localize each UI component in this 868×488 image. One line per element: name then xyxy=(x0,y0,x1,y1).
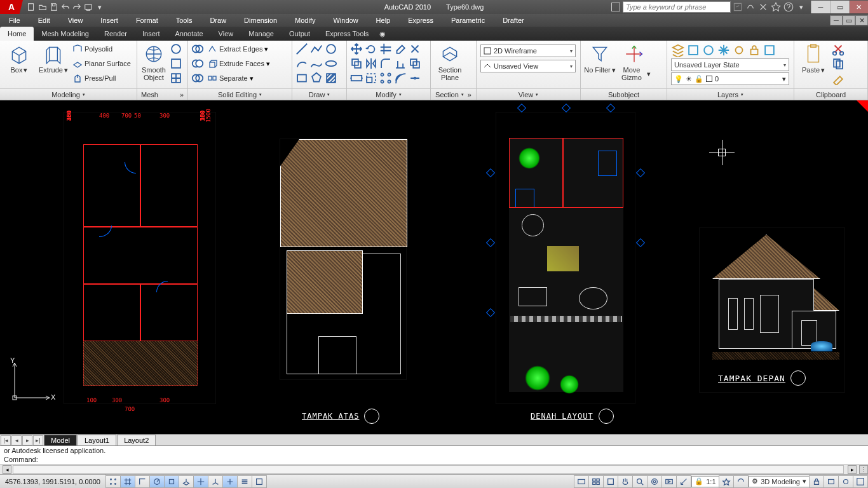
menu-draw[interactable]: Draw xyxy=(201,14,235,27)
section-plane-button[interactable]: Section Plane xyxy=(433,42,466,81)
menu-window[interactable]: Window xyxy=(324,14,367,27)
search-input[interactable] xyxy=(623,1,731,13)
tab-render[interactable]: Render xyxy=(97,27,135,41)
layer-state-icon[interactable] xyxy=(686,43,700,57)
menu-parametric[interactable]: Parametric xyxy=(442,14,494,27)
search-button-icon[interactable] xyxy=(732,1,743,13)
tab-layout2[interactable]: Layout2 xyxy=(117,435,156,445)
scale-icon[interactable] xyxy=(364,71,378,85)
modelspace-toggle[interactable] xyxy=(574,475,589,488)
command-window[interactable]: or Autodesk licensed application. Comman… xyxy=(0,445,868,464)
layer-prop-icon[interactable] xyxy=(671,43,685,57)
presspull-button[interactable]: Press/Pull xyxy=(71,71,132,85)
pan-icon[interactable] xyxy=(618,475,633,488)
doc-restore-button[interactable]: ▭ xyxy=(843,15,855,25)
layer-state-combo[interactable]: Unsaved Layer State▾ xyxy=(671,58,789,71)
copy-clip-icon[interactable] xyxy=(831,57,845,71)
polar-toggle[interactable] xyxy=(149,475,165,488)
explode-icon[interactable] xyxy=(408,42,422,56)
mesh-more-smooth-icon[interactable] xyxy=(169,42,183,56)
tab-layout1[interactable]: Layout1 xyxy=(78,435,116,445)
qat-dropdown-icon[interactable]: ▾ xyxy=(94,1,105,13)
tab-home[interactable]: Home xyxy=(0,27,34,41)
tab-model[interactable]: Model xyxy=(44,435,77,445)
layout-nav-first[interactable]: |◂ xyxy=(1,435,11,445)
layer-freeze-icon[interactable] xyxy=(717,43,731,57)
tab-mesh-modeling[interactable]: Mesh Modeling xyxy=(34,27,97,41)
stretch-icon[interactable] xyxy=(349,71,363,85)
align-icon[interactable] xyxy=(393,57,407,71)
layer-off-icon[interactable] xyxy=(732,43,746,57)
move-gizmo-button[interactable]: Move Gizmo ▾ xyxy=(618,42,651,81)
hardware-accel-icon[interactable] xyxy=(824,475,839,488)
polyline-icon[interactable] xyxy=(309,42,323,56)
menu-dimension[interactable]: Dimension xyxy=(235,14,286,27)
quickview-drawings-icon[interactable] xyxy=(603,475,618,488)
erase-icon[interactable] xyxy=(393,42,407,56)
showmotion-icon[interactable] xyxy=(661,475,677,488)
quickview-layouts-icon[interactable] xyxy=(588,475,604,488)
qat-undo-icon[interactable] xyxy=(60,1,71,13)
rotate-icon[interactable] xyxy=(364,42,378,56)
grid-toggle[interactable] xyxy=(120,475,135,488)
separate-button[interactable]: Separate▾ xyxy=(206,71,271,85)
menu-modify[interactable]: Modify xyxy=(286,14,324,27)
spline-icon[interactable] xyxy=(309,57,323,71)
model-space-viewport[interactable]: 700 400 300 50 350 100 400 100 750 1500 … xyxy=(0,100,868,434)
layer-iso-icon[interactable] xyxy=(702,43,715,57)
menu-view[interactable]: View xyxy=(59,14,92,27)
layer-current-combo[interactable]: 💡 ☀ 🔓 0▾ xyxy=(671,72,789,85)
cut-icon[interactable] xyxy=(831,42,845,56)
exchange-icon[interactable] xyxy=(757,1,769,13)
named-view-combo[interactable]: Unsaved View▾ xyxy=(480,60,576,72)
join-icon[interactable] xyxy=(408,71,422,85)
extract-edges-button[interactable]: Extract Edges▾ xyxy=(206,42,271,56)
dyn-toggle[interactable] xyxy=(222,475,238,488)
menu-file[interactable]: File xyxy=(0,14,29,27)
help-icon[interactable] xyxy=(783,1,794,13)
subtract-icon[interactable] xyxy=(191,57,205,71)
zoom-icon[interactable] xyxy=(632,475,648,488)
menu-tools[interactable]: Tools xyxy=(167,14,201,27)
box-button[interactable]: Box ▾ xyxy=(3,42,36,74)
doc-close-button[interactable]: ✕ xyxy=(855,15,868,25)
scroll-right-icon[interactable]: ▸ xyxy=(848,465,857,474)
lwt-toggle[interactable] xyxy=(237,475,252,488)
annotation-scale-combo[interactable]: 🔒 1:1 ▾ xyxy=(691,476,719,487)
union-icon[interactable] xyxy=(191,42,205,56)
window-close-button[interactable]: ✕ xyxy=(849,1,868,13)
ortho-toggle[interactable] xyxy=(135,475,150,488)
toolbar-lock-icon[interactable] xyxy=(809,475,824,488)
circle-icon[interactable] xyxy=(324,42,338,56)
menu-drafter[interactable]: Drafter xyxy=(494,14,533,27)
infocenter-toggle-icon[interactable] xyxy=(611,3,620,11)
command-scrollbar[interactable]: ◂ ▸ ⋮ xyxy=(0,464,868,474)
offset-3d-icon[interactable] xyxy=(408,57,422,71)
match-prop-icon[interactable] xyxy=(831,71,845,85)
coordinate-readout[interactable]: 4576.1393, 1991.5191, 0.0000 xyxy=(0,475,106,488)
help-dropdown-icon[interactable]: ▾ xyxy=(796,1,807,13)
annovis-icon[interactable] xyxy=(719,475,734,488)
polygon-icon[interactable] xyxy=(309,71,323,85)
tab-manage[interactable]: Manage xyxy=(241,27,281,41)
extrude-button[interactable]: Extrude ▾ xyxy=(37,42,70,74)
osnap3d-toggle[interactable] xyxy=(179,475,194,488)
ribbon-toggle-icon[interactable]: ◉ xyxy=(376,27,389,41)
workspace-combo[interactable]: ⚙ 3D Modeling ▾ xyxy=(749,476,810,487)
copy-icon[interactable] xyxy=(349,57,363,71)
no-filter-button[interactable]: No Filter ▾ xyxy=(583,42,616,74)
hatch-icon[interactable] xyxy=(324,71,338,85)
tab-view[interactable]: View xyxy=(211,27,241,41)
osnap-toggle[interactable] xyxy=(164,475,179,488)
scroll-left-icon[interactable]: ◂ xyxy=(3,465,11,474)
menu-insert[interactable]: Insert xyxy=(92,14,127,27)
menu-edit[interactable]: Edit xyxy=(29,14,59,27)
visual-style-combo[interactable]: 2D Wireframe▾ xyxy=(480,44,576,57)
planar-surface-button[interactable]: Planar Surface xyxy=(71,57,132,71)
qat-open-icon[interactable] xyxy=(37,1,48,13)
snap-toggle[interactable] xyxy=(105,475,121,488)
tab-insert[interactable]: Insert xyxy=(135,27,168,41)
qat-save-icon[interactable] xyxy=(48,1,60,13)
fillet-icon[interactable] xyxy=(379,57,393,71)
polysolid-button[interactable]: Polysolid xyxy=(71,42,132,56)
